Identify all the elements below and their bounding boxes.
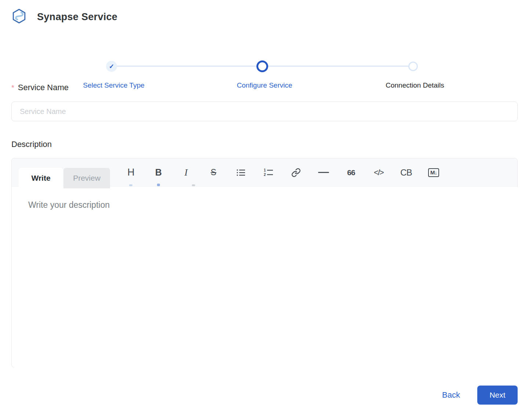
strikethrough-icon[interactable]: S [206,165,221,181]
step-completed-circle[interactable]: ✓ [106,61,117,72]
quote-icon[interactable]: 66 [344,165,358,181]
italic-icon[interactable]: I [179,165,193,181]
step-label-connection-details[interactable]: Connection Details [386,81,444,89]
service-name-label: Service Name [18,83,69,92]
numbered-list-icon[interactable]: 1 2 [261,165,276,181]
required-asterisk: * [11,84,14,92]
back-button[interactable]: Back [442,390,460,400]
add-service-page: { "colors": { "primary": "#2b62cb", "pri… [0,0,529,420]
step-label-configure-service[interactable]: Configure Service [237,81,292,89]
svg-text:1: 1 [264,168,266,172]
code-block-icon[interactable]: CB [399,165,413,181]
footer-actions: Back Next [0,386,529,405]
app-header: Synapse Service [11,7,117,26]
step-active-circle[interactable] [256,60,268,72]
check-icon: ✓ [109,63,114,70]
heading-icon[interactable]: H [124,165,138,181]
link-icon[interactable] [289,165,303,181]
editor-toolbar-bar: Write Preview H B I S 1 [12,158,517,187]
page-title: Synapse Service [37,11,117,23]
next-button[interactable]: Next [477,386,518,405]
tab-preview-label: Preview [73,174,101,183]
service-name-input[interactable] [11,102,518,121]
svg-text:2: 2 [264,173,266,177]
bold-icon[interactable]: B [151,165,166,181]
description-editor: Write Preview H B I S 1 [11,158,518,368]
step-pending-circle[interactable] [408,62,418,71]
bullet-list-icon[interactable] [234,165,248,181]
shortcut-hint-artifact [157,184,160,186]
markdown-icon[interactable]: M↓ [426,165,441,181]
description-textarea[interactable] [12,187,518,368]
synapse-hexagon-logo [11,7,27,26]
tab-write[interactable]: Write [19,168,63,188]
editor-toolbar: H B I S 1 2 [124,158,441,187]
tab-write-label: Write [31,174,50,183]
horizontal-rule-icon[interactable] [316,165,331,181]
shortcut-hint-artifact [129,184,132,186]
code-icon[interactable]: </> [371,165,386,181]
shortcut-hint-artifact [192,184,195,186]
description-label: Description [11,140,52,149]
tab-preview[interactable]: Preview [63,168,110,188]
service-name-label-row: *Service Name [11,83,69,92]
step-label-select-service-type[interactable]: Select Service Type [83,81,145,89]
stepper: ✓ Select Service Type Configure Service … [0,29,529,65]
